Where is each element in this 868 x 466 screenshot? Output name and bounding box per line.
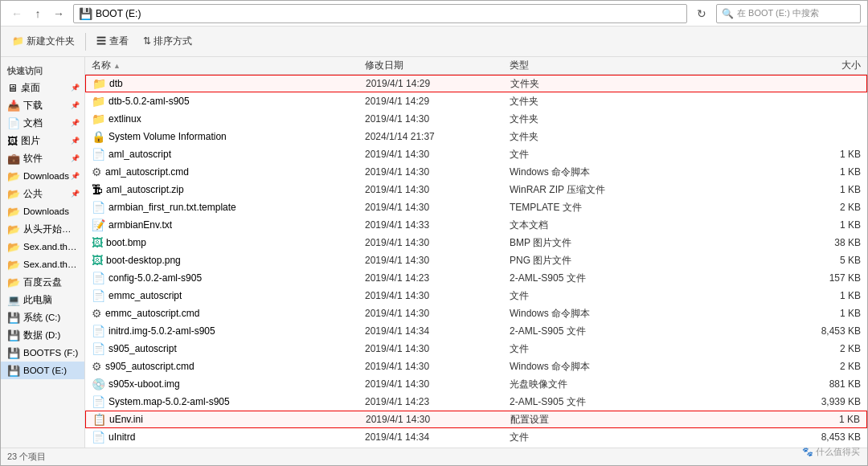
file-name-cell: 📄 config-5.0.2-aml-s905: [92, 272, 365, 284]
file-row[interactable]: 📁 extlinux 2019/4/1 14:30 文件夹: [85, 110, 867, 128]
file-row[interactable]: 📄 config-5.0.2-aml-s905 2019/4/1 14:23 2…: [85, 269, 867, 287]
view-button[interactable]: ☰ 查看: [90, 30, 134, 54]
up-button[interactable]: →: [49, 4, 68, 23]
refresh-button[interactable]: ↻: [692, 4, 711, 23]
file-date-cell: 2019/4/1 14:33: [365, 219, 510, 231]
file-icon: 📄: [92, 431, 105, 444]
sidebar-item[interactable]: 💾数据 (D:): [1, 326, 84, 344]
col-type-header[interactable]: 类型: [510, 59, 638, 72]
file-row[interactable]: 📄 armbian_first_run.txt.template 2019/4/…: [85, 198, 867, 216]
file-row[interactable]: 📄 uInitrd 2019/4/1 14:34 文件 8,453 KB: [85, 428, 867, 446]
back-button[interactable]: ←: [7, 4, 27, 23]
file-type-cell: 文件夹: [510, 95, 638, 108]
file-size-cell: 38 KB: [638, 237, 861, 248]
file-name-cell: 📄 emmc_autoscript: [92, 289, 365, 302]
sidebar-item[interactable]: 💼软件📌: [1, 149, 84, 167]
sidebar-icon: 🖥: [7, 82, 18, 94]
file-name-cell: ⚙ aml_autoscript.cmd: [92, 166, 365, 178]
sidebar-item[interactable]: 📂公共📌: [1, 185, 84, 202]
file-name-text: System.map-5.0.2-aml-s905: [108, 396, 230, 407]
sidebar-item[interactable]: 💾系统 (C:): [1, 309, 84, 326]
sidebar: 快速访问 🖥桌面📌📥下载📌📄文档📌🖼图片📌💼软件📌📂Downloads📌📂公共📌…: [1, 57, 85, 448]
file-row[interactable]: 📁 dtb-5.0.2-aml-s905 2019/4/1 14:29 文件夹: [85, 92, 867, 110]
sidebar-icon: 🖼: [7, 135, 18, 147]
file-icon: 📄: [92, 342, 105, 355]
toolbar: 📁 新建文件夹 ☰ 查看 ⇅ 排序方式: [1, 27, 867, 57]
file-type-cell: 2-AML-S905 文件: [510, 272, 638, 285]
sidebar-item[interactable]: 📂Sex.and.the.City: [1, 255, 84, 273]
sidebar-item[interactable]: 📂Downloads📌: [1, 167, 84, 185]
sidebar-item[interactable]: 💾BOOTFS (F:): [1, 344, 84, 362]
file-row[interactable]: 📁 dtb 2019/4/1 14:29 文件夹: [85, 75, 867, 92]
file-date-cell: 2019/4/1 14:30: [365, 237, 510, 248]
sort-button[interactable]: ⇅ 排序方式: [137, 30, 199, 54]
file-type-cell: 2-AML-S905 文件: [510, 325, 638, 338]
sidebar-icon: 📂: [7, 223, 20, 235]
file-row[interactable]: 🗜 aml_autoscript.zip 2019/4/1 14:30 WinR…: [85, 181, 867, 198]
file-name-cell: 📄 System.map-5.0.2-aml-s905: [92, 395, 365, 408]
file-icon: 📄: [92, 325, 105, 337]
sidebar-item[interactable]: 📂百度云盘: [1, 273, 84, 291]
file-row[interactable]: 📝 armbianEnv.txt 2019/4/1 14:33 文本文档 1 K…: [85, 216, 867, 234]
address-path: BOOT (E:): [96, 8, 141, 19]
file-size-cell: 881 KB: [638, 378, 861, 390]
sidebar-item[interactable]: 📂Sex.and.the.City: [1, 238, 84, 255]
file-date-cell: 2019/4/1 14:30: [365, 255, 510, 266]
forward-button[interactable]: ↑: [28, 4, 47, 23]
sidebar-item[interactable]: 🖥桌面📌: [1, 79, 84, 96]
sidebar-item-label: Downloads: [23, 206, 80, 216]
sidebar-item[interactable]: 📥下载📌: [1, 96, 84, 114]
pin-icon: 📌: [71, 154, 80, 162]
file-size-cell: 3,939 KB: [638, 396, 861, 407]
sidebar-item[interactable]: 📄文档📌: [1, 114, 84, 132]
file-row[interactable]: 📄 s905_autoscript 2019/4/1 14:30 文件 2 KB: [85, 340, 867, 358]
search-bar[interactable]: 🔍 在 BOOT (E:) 中搜索: [716, 4, 861, 23]
sidebar-item-label: Sex.and.the.City: [23, 242, 80, 251]
file-name-text: boot-desktop.png: [106, 255, 181, 266]
file-name-cell: 🖼 boot.bmp: [92, 236, 365, 249]
file-row[interactable]: 📋 uEnv.ini 2019/4/1 14:30 配置设置 1 KB: [85, 411, 867, 428]
file-size-cell: 1 KB: [638, 219, 861, 231]
sidebar-icon: 💾: [7, 347, 20, 359]
file-row[interactable]: 🔒 System Volume Information 2024/1/14 21…: [85, 128, 867, 145]
sidebar-item[interactable]: 📂从头开始刷机: [1, 220, 84, 238]
file-name-cell: 💿 s905x-uboot.img: [92, 378, 365, 390]
sidebar-item-label: 文档: [23, 117, 69, 129]
file-row[interactable]: 🖼 boot-desktop.png 2019/4/1 14:30 PNG 图片…: [85, 251, 867, 269]
file-name-cell: 📝 armbianEnv.txt: [92, 219, 365, 231]
file-name-text: uInitrd: [108, 431, 135, 443]
sidebar-item[interactable]: 📂Downloads: [1, 202, 84, 220]
file-list: 📁 dtb 2019/4/1 14:29 文件夹 📁 dtb-5.0.2-aml…: [85, 75, 867, 448]
col-date-header[interactable]: 修改日期: [365, 59, 510, 72]
file-row[interactable]: 📄 emmc_autoscript 2019/4/1 14:30 文件 1 KB: [85, 287, 867, 305]
sidebar-icon: 💼: [7, 153, 20, 165]
file-size-cell: 8,453 KB: [638, 325, 861, 337]
newfolder-button[interactable]: 📁 新建文件夹: [6, 30, 81, 54]
file-row[interactable]: ⚙ emmc_autoscript.cmd 2019/4/1 14:30 Win…: [85, 305, 867, 322]
file-row[interactable]: 📄 System.map-5.0.2-aml-s905 2019/4/1 14:…: [85, 393, 867, 411]
sidebar-item[interactable]: 💾BOOT (E:): [1, 362, 84, 379]
file-explorer-window: ← ↑ → 💾 BOOT (E:) ↻ 🔍 在 BOOT (E:) 中搜索 📁 …: [0, 0, 868, 466]
txt-icon: 📝: [92, 219, 105, 231]
column-header: 名称 ▲ 修改日期 类型 大小: [85, 57, 867, 75]
col-name-header[interactable]: 名称 ▲: [92, 59, 365, 72]
file-date-cell: 2019/4/1 14:30: [365, 166, 510, 178]
file-row[interactable]: 💿 s905x-uboot.img 2019/4/1 14:30 光盘映像文件 …: [85, 375, 867, 393]
file-type-cell: 光盘映像文件: [510, 378, 638, 391]
sidebar-item-label: 数据 (D:): [23, 329, 80, 341]
search-icon: 🔍: [722, 8, 734, 19]
sidebar-item[interactable]: 🖼图片📌: [1, 132, 84, 149]
file-size-cell: 2 KB: [638, 343, 861, 354]
drive-icon: 💾: [79, 7, 92, 20]
file-date-cell: 2019/4/1 14:23: [365, 396, 510, 407]
file-name-text: extlinux: [108, 113, 141, 125]
file-row[interactable]: 📄 initrd.img-5.0.2-aml-s905 2019/4/1 14:…: [85, 322, 867, 340]
file-row[interactable]: 📄 aml_autoscript 2019/4/1 14:30 文件 1 KB: [85, 145, 867, 163]
file-row[interactable]: 🖼 boot.bmp 2019/4/1 14:30 BMP 图片文件 38 KB: [85, 234, 867, 251]
col-size-header[interactable]: 大小: [638, 59, 861, 72]
file-row[interactable]: ⚙ aml_autoscript.cmd 2019/4/1 14:30 Wind…: [85, 163, 867, 181]
sidebar-item[interactable]: 💻此电脑: [1, 291, 84, 309]
file-row[interactable]: ⚙ s905_autoscript.cmd 2019/4/1 14:30 Win…: [85, 358, 867, 375]
address-bar[interactable]: 💾 BOOT (E:): [73, 4, 687, 23]
file-date-cell: 2019/4/1 14:30: [365, 361, 510, 372]
